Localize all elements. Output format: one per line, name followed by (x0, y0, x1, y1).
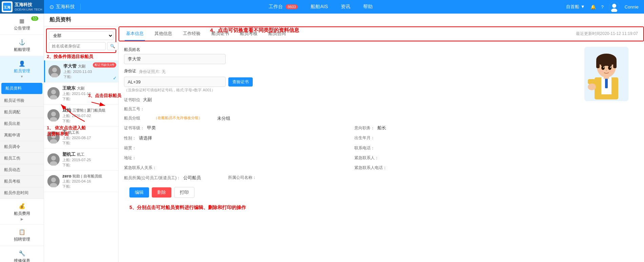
svg-rect-36 (601, 65, 605, 66)
sidebar-item-ship[interactable]: ⚓ 船舶管理 (0, 35, 44, 56)
sidebar-item-recruit[interactable]: 📋 招聘管理 (0, 225, 44, 246)
id-photo-row: 身份证 身份证照片: 无 (124, 68, 579, 75)
sub-item-dynamic[interactable]: 船员动态 (0, 164, 44, 176)
crew-type-select[interactable]: 全部 (49, 31, 113, 40)
detail-timestamp: 最近更新时间2020-11-12 11:19:07 (576, 28, 638, 39)
edit-button[interactable]: 编辑 (129, 187, 149, 198)
id-input-row: AL+39 查验证书 (124, 77, 579, 87)
svg-rect-30 (596, 60, 600, 68)
form-row-name: 船员姓名 李大管 (124, 47, 579, 64)
tab-basic-info[interactable]: 基本信息 (125, 27, 145, 41)
logo-text: 互海科技 OCEAN LINK TECH (15, 2, 42, 12)
crew-item-3[interactable]: 王 机工长 上船: 2020-08-17 下船: (44, 127, 118, 149)
notification-icon[interactable]: 🔔 (590, 4, 596, 10)
workernum-field: 船员工号： (124, 106, 147, 112)
tab-other-info[interactable]: 其他信息 (153, 27, 173, 41)
sidebar-item-notice[interactable]: ▦ 公告管理 53 (0, 14, 44, 35)
crew-item-4[interactable]: 塑机工 机工 上船: 2019-07-25 下船: (44, 149, 118, 171)
tab-cert[interactable]: 船员证书 (210, 27, 230, 41)
sidebar-item-fee[interactable]: 💰 船员费用 ▶ (0, 199, 44, 225)
sub-item-profile[interactable]: 船员资料 (1, 83, 42, 94)
svg-rect-41 (588, 79, 596, 84)
nav-news[interactable]: 资讯 (339, 4, 352, 10)
sidebar-item-crew[interactable]: 👤 船员管理 ▼ (0, 56, 44, 82)
brand-area: ⊙ 互海科技 (44, 4, 81, 10)
user-name: Connie (625, 4, 639, 10)
form-row-belong: 船员所属(公司员工/派遣员工)： 公司船员 所属公司名称： (124, 175, 579, 181)
sub-item-cert[interactable]: 船员证书验 (0, 95, 44, 107)
tab-work-exp[interactable]: 工作经验 (182, 27, 202, 41)
tabs-container: 基本信息 其他信息 工作经验 船员证书 船员考核 船员合同 最近更新时间2020… (119, 26, 644, 41)
id-hint: （没身份证时可填临时证号码，格式:字母+数字 A001） (124, 88, 579, 93)
brand-name: 互海科技 (56, 4, 75, 10)
detail-body: 船员姓名 李大管 身份证 身份证照片: 无 AL+39 (119, 41, 644, 218)
tab-contract[interactable]: 船员合同 (267, 27, 287, 41)
print-button[interactable]: 打印 (174, 187, 194, 198)
crew-info-4: 塑机工 机工 上船: 2019-07-25 下船: (62, 151, 115, 168)
form-row-id: 身份证 身份证照片: 无 AL+39 查验证书 （没身份证时可填临时证号码，格式… (124, 68, 579, 93)
help-icon[interactable]: ? (601, 4, 604, 10)
crew-item-0[interactable]: 李大管 大副 上船: 2020-11-03 下船: 船证书缺失4件 ✓ (44, 60, 118, 82)
crew-avatar-1 (47, 87, 60, 99)
svg-point-33 (608, 66, 611, 70)
detail-form: 船员姓名 李大管 身份证 身份证照片: 无 AL+39 (124, 47, 579, 212)
nav-ais[interactable]: 船舶AIS (309, 4, 329, 10)
svg-text:互海: 互海 (4, 5, 11, 9)
page-title: 船员资料 (49, 17, 71, 22)
sub-item-order[interactable]: 船员调令 (0, 141, 44, 153)
nav-workbench[interactable]: 工作台 8603 (267, 4, 299, 10)
svg-point-42 (588, 83, 596, 90)
form-row-position: 证书职位 大副 (124, 97, 579, 103)
logo-icon: 互海 (2, 1, 13, 12)
annotation-5: 5、分别点击可对船员资料进行编辑、删除和打印的操作 (124, 203, 579, 212)
fee-arrow: ▶ (21, 217, 23, 221)
id-value: AL+39 (124, 77, 226, 87)
form-row-group: 船员分组 （在船船员不允许修改分组） 未分组 (124, 115, 579, 121)
crew-info-3: 王 机工长 上船: 2020-08-17 下船: (62, 129, 115, 146)
delete-button[interactable]: 删除 (152, 187, 171, 198)
form-row-gender-birth: 性别： 请选择 出生年月： (124, 135, 579, 141)
nav-center: 工作台 8603 船舶AIS 资讯 帮助 (81, 4, 561, 10)
tab-assess[interactable]: 船员考核 (238, 27, 259, 41)
sub-item-injury[interactable]: 船员工伤 (0, 153, 44, 164)
nav-help[interactable]: 帮助 (362, 4, 374, 10)
top-nav: 互海 互海科技 OCEAN LINK TECH ⊙ 互海科技 工作台 8603 … (0, 0, 644, 14)
crew-item-1[interactable]: 王晓东 大副 上船: 2021-01-16 下船: (44, 82, 118, 105)
crew-selected-0: ✓ (113, 75, 117, 81)
sub-item-dispatch[interactable]: 船员调配 (0, 107, 44, 118)
crew-avatar-4 (47, 153, 60, 166)
crew-item-2[interactable]: 豆灿 三管轮 | 厦门船员组 上船: 2020-07-02 下船: (44, 105, 118, 127)
action-bar: 编辑 删除 打印 (124, 184, 579, 203)
crew-info-2: 豆灿 三管轮 | 厦门船员组 上船: 2020-07-02 下船: (62, 107, 115, 124)
content-area: 全部 🔍 ≡ 2、按条件筛选目标船员 (44, 26, 644, 262)
crew-arrow: ▼ (20, 75, 24, 78)
sub-item-schedule[interactable]: 船员作息时间 (0, 187, 44, 199)
main-layout: ▦ 公告管理 53 ⚓ 船舶管理 👤 船员管理 ▼ 船员资料 船员证书验 船员调… (0, 14, 644, 262)
svg-point-40 (609, 70, 614, 72)
crew-item-5[interactable]: zero 轮助 | 自有船员组 上船: 2020-04-16 下船: (44, 171, 118, 192)
sub-item-leave[interactable]: 离船申请 (0, 130, 44, 141)
svg-rect-37 (608, 65, 612, 66)
svg-point-15 (51, 134, 56, 138)
detail-tabs: 基本信息 其他信息 工作经验 船员证书 船员考核 船员合同 最近更新时间2020… (119, 27, 643, 41)
ship-icon: ⚓ (19, 39, 25, 45)
crew-info-1: 王晓东 大副 上船: 2021-01-16 下船: (62, 85, 115, 101)
crew-search-input[interactable] (49, 42, 106, 50)
name-label: 船员姓名 (124, 47, 579, 53)
sidebar-item-maintain[interactable]: 🔧 维修保养 ▶ (0, 246, 44, 262)
user-avatar[interactable] (609, 2, 619, 12)
crew-avatar-2 (47, 109, 60, 121)
search-button[interactable]: 🔍 (107, 42, 118, 50)
id-photo-status: 身份证照片: 无 (139, 69, 166, 75)
crew-illustration (584, 47, 628, 101)
ship-selector[interactable]: 自首船 ▼ (566, 4, 585, 10)
filter-highlighted-area: 全部 🔍 ≡ (46, 29, 116, 53)
crew-avatar-0 (48, 65, 61, 77)
fee-icon: 💰 (19, 203, 25, 209)
sub-item-assess[interactable]: 船员考核 (0, 176, 44, 187)
tabs-highlight: 基本信息 其他信息 工作经验 船员证书 船员考核 船员合同 最近更新时间2020… (119, 26, 644, 41)
filter-search-row: 🔍 ≡ (49, 42, 113, 50)
recruit-icon: 📋 (19, 229, 25, 235)
verify-cert-button[interactable]: 查验证书 (228, 77, 253, 87)
sub-item-travel[interactable]: 船员出差 (0, 118, 44, 130)
